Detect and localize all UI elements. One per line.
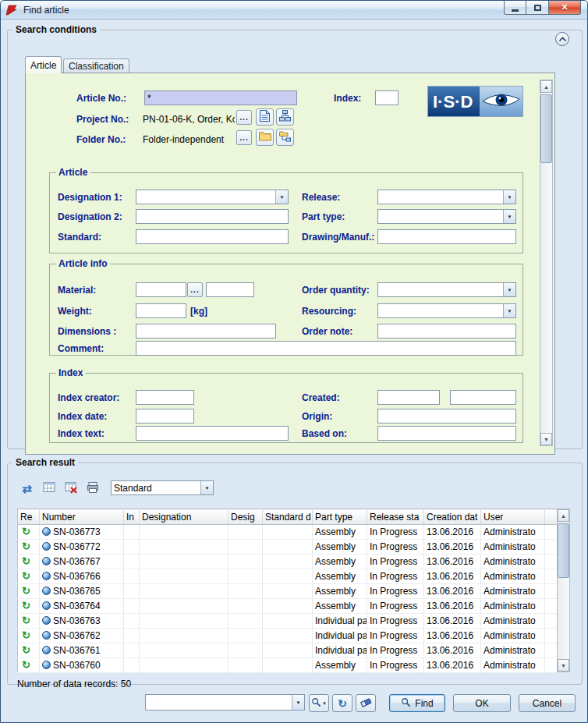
article-part-icon [42,587,51,595]
column-header-designation[interactable]: Designation [140,509,228,525]
drawing-manuf-input[interactable] [377,229,516,244]
standard-input[interactable] [136,229,289,244]
column-header-re[interactable]: Re [18,509,40,525]
scrollbar-thumb[interactable] [558,523,569,578]
row-refresh-icon: ↻ [22,540,30,552]
results-scrollbar[interactable]: ▲ ▼ [557,509,570,672]
order-quantity-combo[interactable]: ▼ [377,282,516,297]
created-time-input[interactable] [450,390,516,405]
article-no-input[interactable]: * [144,90,297,105]
project-no-value: PN-01-06-K, Order, Kons [143,114,235,125]
collapse-button[interactable] [555,32,569,46]
tab-classification[interactable]: Classification [63,58,129,73]
search-conditions-group: Search conditions Article Classification… [7,24,583,449]
article-part-icon [42,542,51,551]
release-combo[interactable]: ▼ [377,190,516,204]
resourcing-combo[interactable]: ▼ [377,303,516,318]
scroll-up-button[interactable]: ▲ [558,509,569,522]
material-browse-button[interactable]: ... [187,282,203,297]
view-combo[interactable]: Standard ▼ [111,480,214,495]
refresh-button[interactable]: ↻ [332,694,352,712]
maximize-button[interactable] [526,1,549,15]
based-on-input[interactable] [377,426,516,441]
table-row[interactable]: ↻SN-036762Individual paIn Progress13.06.… [18,629,558,643]
scroll-down-button[interactable]: ▼ [540,433,552,445]
project-browse-button[interactable]: ... [236,110,252,125]
titlebar[interactable]: Find article ✕ [1,1,587,19]
find-article-window: Find article ✕ Search conditions Article… [0,0,588,723]
minimize-icon [512,9,519,12]
column-header-desig[interactable]: Desig [228,509,263,525]
table-row[interactable]: ↻SN-036761Individual paIn Progress13.06.… [18,643,558,658]
refresh-results-button[interactable]: ⇄ [17,479,37,498]
row-refresh-cell: ↻ [18,584,40,599]
search-conditions-title: Search conditions [12,24,100,35]
article-part-icon [42,527,51,536]
ok-button[interactable]: OK [453,694,511,712]
row-refresh-icon: ↻ [22,526,30,537]
created-date-input[interactable] [377,390,440,405]
column-header-creation-dat[interactable]: Creation dat [424,509,481,525]
order-note-input[interactable] [377,324,516,338]
search-options-button[interactable]: ▼ [309,694,329,712]
column-header-user[interactable]: User [481,509,545,525]
table-row[interactable]: ↻SN-036764AssemblyIn Progress13.06.2016A… [18,599,558,614]
print-results-button[interactable] [83,479,102,498]
folder-icon [259,131,271,144]
table-cell: Individual pa [313,643,367,658]
designation1-combo[interactable]: ▼ [136,190,289,204]
scrollbar-thumb[interactable] [540,94,552,163]
designation2-input[interactable] [136,209,289,224]
row-number-cell: SN-036763 [40,614,124,629]
table-cell [124,658,140,673]
table-row[interactable]: ↻SN-036763Individual paIn Progress13.06.… [18,614,558,629]
resourcing-label: Resourcing: [302,306,356,317]
scrollbar-track[interactable] [558,522,569,659]
created-label: Created: [302,392,340,403]
conditions-scrollbar[interactable]: ▲ ▼ [540,80,553,446]
cancel-button[interactable]: Cancel [519,694,576,712]
row-refresh-icon: ↻ [22,644,30,656]
table-row[interactable]: ↻SN-036767AssemblyIn Progress13.06.2016A… [18,555,558,569]
folder-browse-button[interactable]: ... [236,130,252,145]
article-no-value: * [147,93,151,104]
column-header-in[interactable]: In [124,509,140,525]
project-detail-button[interactable] [256,108,274,126]
project-structure-button[interactable] [276,108,294,126]
column-header-release-sta[interactable]: Release sta [367,509,424,525]
part-type-combo[interactable]: ▼ [377,209,516,224]
index-creator-input[interactable] [136,390,194,405]
table-row[interactable]: ↻SN-036760AssemblyIn Progress13.06.2016A… [18,658,558,673]
column-header-part-type[interactable]: Part type [313,509,367,525]
table-row[interactable]: ↻SN-036765AssemblyIn Progress13.06.2016A… [18,584,558,599]
material-input-2[interactable] [206,282,254,297]
close-button[interactable]: ✕ [549,1,581,15]
weight-input[interactable] [136,303,186,318]
table-cell [140,525,228,540]
clear-button[interactable] [356,694,376,712]
scroll-down-button[interactable]: ▼ [558,659,569,672]
scrollbar-track[interactable] [540,93,552,433]
tab-article[interactable]: Article [25,56,62,73]
minimize-button[interactable] [504,1,526,15]
folder-open-button[interactable] [256,129,274,146]
index-date-input[interactable] [136,409,194,424]
scroll-up-button[interactable]: ▲ [540,80,552,93]
origin-input[interactable] [377,409,516,424]
dimensions-input[interactable] [136,324,276,338]
comment-input[interactable] [136,341,516,356]
article-part-icon [42,661,51,669]
index-input[interactable] [375,90,398,105]
delete-results-button[interactable] [61,479,80,498]
table-row[interactable]: ↻SN-036772AssemblyIn Progress13.06.2016A… [18,540,558,555]
table-row[interactable]: ↻SN-036773AssemblyIn Progress13.06.2016A… [18,525,558,540]
index-text-input[interactable] [136,426,289,441]
export-results-button[interactable] [39,479,58,498]
column-header-number[interactable]: Number [40,509,124,525]
quick-search-combo[interactable]: ▼ [145,694,305,711]
column-header-standard-d[interactable]: Standard d [263,509,313,525]
folder-structure-button[interactable] [276,129,294,146]
find-button[interactable]: Find [389,694,445,712]
table-row[interactable]: ↻SN-036766AssemblyIn Progress13.06.2016A… [18,569,558,584]
material-input[interactable] [136,282,186,297]
